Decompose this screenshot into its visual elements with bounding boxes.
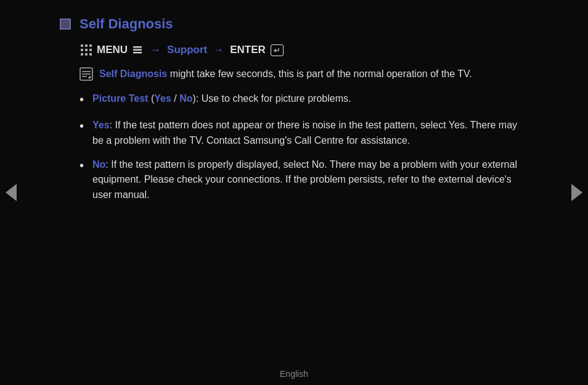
nav-left-button[interactable]	[0, 177, 22, 208]
enter-icon: ↵	[271, 44, 284, 56]
left-arrow-icon	[6, 184, 17, 201]
svg-rect-9	[133, 46, 142, 48]
picture-test-label: Picture Test	[92, 93, 148, 104]
svg-rect-4	[85, 49, 88, 51]
svg-rect-5	[89, 49, 92, 51]
close-paren: ): Use to check for picture problems.	[192, 93, 351, 104]
bullet-list: • Picture Test (Yes / No): Use to check …	[80, 91, 528, 203]
menu-label: MENU	[97, 44, 128, 56]
list-item: • Yes: If the test pattern does not appe…	[80, 118, 528, 149]
note-icon	[80, 67, 93, 81]
bullet-dot-1: •	[80, 90, 84, 109]
note-label: Self Diagnosis	[99, 68, 167, 79]
page-title: Self Diagnosis	[80, 16, 173, 32]
enter-label: ENTER	[230, 44, 266, 56]
bullet-dot-2: •	[80, 117, 84, 136]
arrow2: →	[213, 44, 224, 56]
main-content: Self Diagnosis MENU → Support → ENTER ↵	[17, 0, 571, 221]
menu-icon	[80, 43, 93, 57]
svg-rect-2	[89, 44, 92, 47]
bullet-2-text: Yes: If the test pattern does not appear…	[92, 118, 528, 149]
yes-body: : If the test pattern does not appear or…	[92, 120, 517, 146]
svg-rect-1	[85, 44, 88, 47]
bullet-1-text: Picture Test (Yes / No): Use to check fo…	[92, 91, 351, 107]
square-icon	[60, 19, 71, 30]
footer-language: English	[280, 369, 308, 379]
slash: /	[171, 93, 179, 104]
nav-right-button[interactable]	[566, 177, 588, 208]
svg-rect-3	[81, 49, 83, 51]
svg-rect-0	[81, 44, 83, 47]
list-item: • No: If the test pattern is properly di…	[80, 157, 528, 203]
support-label: Support	[167, 44, 207, 56]
no-option: No	[179, 93, 192, 104]
arrow1: →	[150, 44, 161, 56]
bullet-3-text: No: If the test pattern is properly disp…	[92, 157, 528, 203]
svg-rect-6	[81, 53, 83, 56]
no-label: No	[92, 159, 105, 170]
yes-label: Yes	[92, 120, 110, 130]
note-row: Self Diagnosis might take few seconds, t…	[80, 67, 528, 81]
svg-rect-11	[133, 52, 142, 54]
note-body: might take few seconds, this is part of …	[167, 68, 472, 79]
menu-bars-icon	[132, 44, 143, 56]
yes-option: Yes	[154, 93, 171, 104]
svg-rect-8	[89, 53, 92, 56]
right-arrow-icon	[571, 184, 582, 201]
svg-rect-10	[133, 49, 142, 51]
footer: English	[0, 369, 588, 379]
title-row: Self Diagnosis	[60, 16, 528, 32]
list-item: • Picture Test (Yes / No): Use to check …	[80, 91, 528, 109]
bullet-dot-3: •	[80, 156, 84, 175]
no-body: : If the test pattern is properly displa…	[92, 159, 517, 201]
svg-rect-7	[85, 53, 88, 56]
note-text: Self Diagnosis might take few seconds, t…	[99, 67, 472, 81]
menu-row: MENU → Support → ENTER ↵	[80, 43, 528, 57]
